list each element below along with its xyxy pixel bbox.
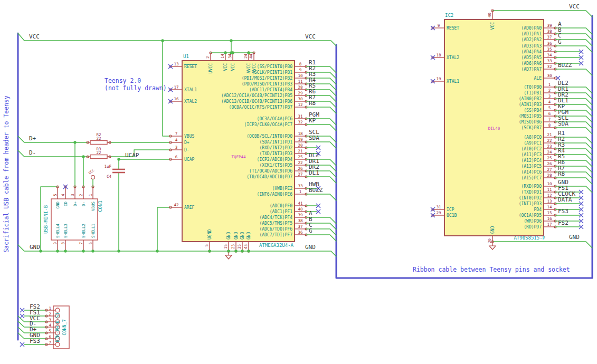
net-label: G bbox=[558, 39, 562, 45]
junction-dot bbox=[234, 250, 237, 252]
pin-number: 27 bbox=[298, 172, 302, 177]
pin-name: OC1B bbox=[447, 213, 457, 218]
pin-number: 6 bbox=[88, 242, 93, 245]
pin-name: (OC1A)PD5 bbox=[519, 213, 542, 218]
pin-name: (A14)PC6 bbox=[521, 170, 542, 175]
wire bbox=[110, 150, 170, 157]
pin-name: SHELL3 bbox=[63, 224, 68, 238]
pin-number: 11 bbox=[547, 187, 552, 192]
pin-number: 30 bbox=[298, 97, 303, 101]
pin-number: 7 bbox=[79, 242, 83, 245]
pin-name: (ADC1)PF1 bbox=[270, 209, 293, 214]
ic-reference: IC2 bbox=[445, 13, 453, 18]
pin-name: (AD7)PA7 bbox=[521, 67, 542, 72]
junction-dot bbox=[208, 250, 211, 252]
pin-name: RESET bbox=[447, 26, 459, 31]
pin-number: 14 bbox=[547, 205, 552, 209]
pin-number: 10 bbox=[298, 73, 303, 78]
pin-name: (ADC13/OC1B/OC4B/PCINT13)PB6 bbox=[221, 99, 292, 104]
capacitor-reference: C4 bbox=[107, 174, 112, 179]
pin-number: 38 bbox=[298, 218, 303, 223]
pin-number: 10 bbox=[547, 181, 552, 186]
pin-number: 20 bbox=[298, 143, 303, 148]
ic-value: AT90S8515-P bbox=[514, 235, 545, 241]
pin-name: (INT6/AIN0)PE6 bbox=[257, 192, 293, 197]
pin-number: 5 bbox=[53, 194, 58, 196]
schematic-canvas: U1ATMEGA32U4-ATQFP4413RESET17XTAL116XTAL… bbox=[0, 0, 597, 364]
pin-name: (RXD)PD0 bbox=[521, 184, 542, 189]
junction-dot bbox=[64, 250, 67, 252]
note-text: Sacrificial USB cable from header to Tee… bbox=[3, 95, 10, 253]
pin-number: 9 bbox=[438, 23, 440, 28]
pin-number: 29 bbox=[436, 210, 441, 215]
pin-number: 31 bbox=[436, 205, 441, 209]
net-label: R8 bbox=[309, 100, 316, 107]
pin-name: ICP bbox=[447, 207, 454, 212]
pin-number: 23 bbox=[231, 244, 235, 249]
pin-name: (ADC5/TMS)PF5 bbox=[259, 221, 292, 226]
wire bbox=[18, 136, 88, 142]
no-connect-x bbox=[20, 314, 24, 318]
pin-name: (ADC11/PCINT4)PB4 bbox=[249, 88, 292, 92]
junction-dot bbox=[161, 39, 164, 42]
junction-dot bbox=[117, 250, 120, 252]
pin-number: 23 bbox=[547, 144, 552, 149]
junction-dot bbox=[156, 250, 158, 252]
pin-name: (RXD/INT2)PD2 bbox=[259, 146, 292, 150]
pin-name: (A12)PC4 bbox=[521, 158, 542, 163]
pin-name: (PDO/MISO/PCINT3)PB3 bbox=[242, 82, 293, 87]
conn7-pad bbox=[55, 342, 60, 347]
pin-name: (ICP2/ADC8)PD4 bbox=[257, 157, 293, 162]
pin-name: AVCC bbox=[252, 63, 257, 73]
net-label: VCC bbox=[305, 33, 316, 40]
pin-number: 7 bbox=[548, 117, 551, 122]
junction-dot bbox=[247, 250, 250, 252]
pin-number: 34 bbox=[547, 53, 552, 58]
pin-number: 39 bbox=[298, 213, 302, 217]
pin-number: 2 bbox=[548, 88, 551, 93]
net-label: FS3 bbox=[30, 338, 40, 344]
junction-dot bbox=[224, 51, 226, 54]
pin-number: 12 bbox=[547, 193, 552, 198]
net-label: UCAP bbox=[125, 152, 139, 159]
pin-name: D+ bbox=[73, 202, 78, 207]
pin-name: (AIN0)PB2 bbox=[519, 97, 542, 101]
wire bbox=[492, 242, 592, 248]
pin-number: 35 bbox=[237, 244, 242, 249]
pin-number: 39 bbox=[547, 23, 552, 28]
pin-number: 5 bbox=[49, 329, 51, 333]
pin-name: VCC bbox=[223, 63, 228, 71]
pin-number: 6 bbox=[175, 155, 178, 159]
pin-number: 1 bbox=[299, 189, 302, 194]
pin-number: 15 bbox=[547, 210, 552, 215]
pin-number: 1 bbox=[49, 306, 51, 311]
net-label: SDA bbox=[309, 135, 319, 141]
pin-number: 9 bbox=[53, 242, 58, 245]
pin-number: 40 bbox=[487, 12, 492, 17]
pin-number: 42 bbox=[174, 203, 178, 207]
no-connect-x bbox=[20, 308, 24, 312]
pin-number: 5 bbox=[548, 106, 551, 110]
net-label: GND bbox=[305, 244, 316, 251]
pin-number: 11 bbox=[298, 79, 302, 84]
conn7-pad bbox=[55, 308, 60, 312]
pin-name: (ICP3/CLK0/OC4A)PC7 bbox=[244, 122, 292, 127]
pin-number: 27 bbox=[547, 167, 552, 172]
net-label: D- bbox=[29, 149, 36, 156]
pin-name: (AD4)PA4 bbox=[521, 50, 542, 54]
pin-name: (HWB)PE2 bbox=[272, 186, 292, 191]
pin-name: GND bbox=[234, 232, 239, 240]
pin-name: (ADC12/OC1A/OC4B/PCINT12)PB5 bbox=[221, 93, 292, 98]
pin-number: 33 bbox=[547, 59, 552, 63]
pin-number: 2 bbox=[79, 194, 83, 196]
pin-number: 5 bbox=[204, 244, 209, 247]
pin-name: (AD3)PA3 bbox=[521, 44, 542, 49]
junction-dot bbox=[247, 51, 250, 54]
pin-number: 41 bbox=[298, 201, 302, 206]
pin-number: 40 bbox=[298, 207, 303, 212]
pin-number: 28 bbox=[547, 173, 552, 178]
pin-number: 7 bbox=[49, 340, 51, 345]
pin-name: GND bbox=[55, 202, 60, 209]
pin-number: 24 bbox=[547, 150, 552, 155]
pin-number: 22 bbox=[298, 160, 302, 165]
